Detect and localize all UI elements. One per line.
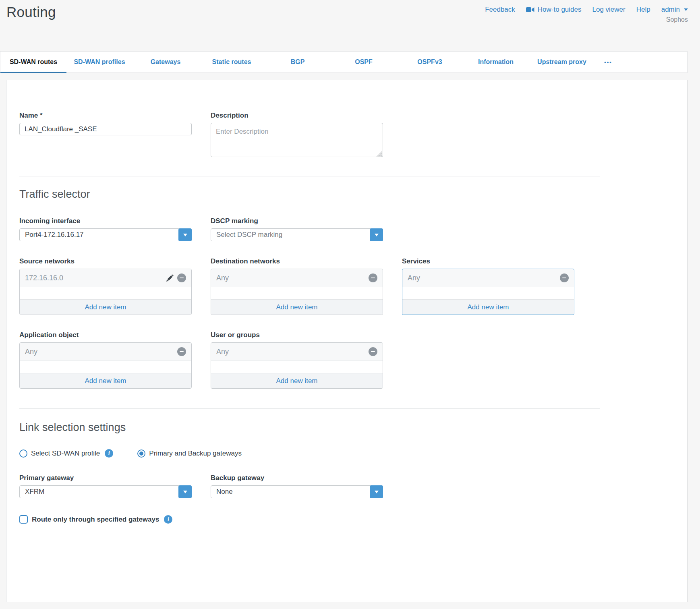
edit-icon[interactable] bbox=[166, 274, 174, 282]
application-user-row: Application object Any Add new item User… bbox=[19, 331, 674, 389]
list-empty-area bbox=[20, 361, 191, 373]
header-right: Feedback How-to guides Log viewer Help a… bbox=[485, 3, 688, 51]
help-link[interactable]: Help bbox=[636, 6, 650, 14]
add-new-item-button[interactable]: Add new item bbox=[20, 373, 191, 388]
radio-label: Select SD-WAN profile bbox=[31, 450, 100, 458]
chevron-down-icon bbox=[684, 8, 688, 11]
remove-icon[interactable] bbox=[177, 347, 186, 356]
list-empty-area bbox=[20, 287, 191, 299]
route-only-row: Route only through specified gateways i bbox=[19, 515, 674, 524]
info-icon[interactable]: i bbox=[105, 449, 113, 458]
list-item-value: Any bbox=[216, 348, 369, 356]
dscp-marking-select[interactable]: Select DSCP marking bbox=[211, 228, 383, 241]
primary-gateway-label: Primary gateway bbox=[19, 474, 192, 482]
traffic-selector-heading: Traffic selector bbox=[19, 188, 674, 201]
list-item: 172.16.16.0 bbox=[20, 269, 191, 287]
gateways-row: Primary gateway XFRM Backup gateway None bbox=[19, 474, 674, 498]
list-item-value: Any bbox=[216, 274, 369, 282]
remove-icon[interactable] bbox=[560, 273, 569, 282]
top-links: Feedback How-to guides Log viewer Help a… bbox=[485, 6, 688, 14]
feedback-link[interactable]: Feedback bbox=[485, 6, 515, 14]
dropdown-caret-icon[interactable] bbox=[370, 228, 383, 241]
add-new-item-button[interactable]: Add new item bbox=[211, 299, 383, 315]
name-description-row: Name * Description bbox=[19, 112, 674, 159]
info-icon[interactable]: i bbox=[164, 515, 172, 524]
gateway-mode-radio-row: Select SD-WAN profile i Primary and Back… bbox=[19, 449, 674, 458]
remove-icon[interactable] bbox=[369, 273, 377, 282]
destination-networks-label: Destination networks bbox=[211, 257, 383, 265]
radio-button[interactable] bbox=[19, 450, 27, 458]
tab-gateways[interactable]: Gateways bbox=[133, 52, 199, 72]
tab-upstream-proxy[interactable]: Upstream proxy bbox=[529, 52, 595, 72]
tab-information[interactable]: Information bbox=[463, 52, 529, 72]
tab-overflow-menu[interactable]: ••• bbox=[595, 52, 621, 72]
list-item: Any bbox=[211, 343, 383, 361]
backup-gateway-value: None bbox=[211, 488, 233, 496]
video-camera-icon bbox=[526, 7, 534, 12]
radio-option-sdwan-profile: Select SD-WAN profile i bbox=[19, 449, 113, 458]
tab-sd-wan-profiles[interactable]: SD-WAN profiles bbox=[66, 52, 133, 72]
add-new-item-button[interactable]: Add new item bbox=[402, 299, 574, 315]
dropdown-caret-icon[interactable] bbox=[178, 228, 192, 241]
log-viewer-link[interactable]: Log viewer bbox=[592, 6, 625, 14]
primary-gateway-select[interactable]: XFRM bbox=[19, 485, 192, 498]
how-to-guides-label: How-to guides bbox=[538, 6, 582, 14]
link-selection-heading: Link selection settings bbox=[19, 421, 674, 434]
remove-icon[interactable] bbox=[369, 347, 377, 356]
admin-menu[interactable]: admin bbox=[661, 6, 688, 14]
add-new-item-button[interactable]: Add new item bbox=[211, 373, 383, 388]
radio-label: Primary and Backup gateways bbox=[149, 450, 242, 458]
services-label: Services bbox=[402, 257, 574, 265]
tab-ospfv3[interactable]: OSPFv3 bbox=[397, 52, 463, 72]
user-or-groups-label: User or groups bbox=[211, 331, 383, 339]
admin-label: admin bbox=[661, 6, 680, 14]
source-networks-box: 172.16.16.0 Add new item bbox=[19, 269, 192, 315]
dscp-marking-placeholder: Select DSCP marking bbox=[211, 231, 282, 239]
tab-ospf[interactable]: OSPF bbox=[331, 52, 397, 72]
destination-networks-box: Any Add new item bbox=[211, 269, 383, 315]
list-item-value: Any bbox=[25, 348, 177, 356]
incoming-interface-select[interactable]: Port4-172.16.16.17 bbox=[19, 228, 192, 241]
list-item-value: 172.16.16.0 bbox=[25, 274, 166, 282]
incoming-interface-value: Port4-172.16.16.17 bbox=[20, 231, 84, 239]
list-item: Any bbox=[211, 269, 383, 287]
services-box: Any Add new item bbox=[402, 269, 574, 315]
dropdown-caret-icon[interactable] bbox=[370, 485, 383, 498]
interface-dscp-row: Incoming interface Port4-172.16.16.17 DS… bbox=[19, 217, 674, 241]
application-object-box: Any Add new item bbox=[19, 342, 192, 389]
list-item-value: Any bbox=[408, 274, 560, 282]
list-item: Any bbox=[20, 343, 191, 361]
dscp-marking-label: DSCP marking bbox=[211, 217, 383, 225]
remove-icon[interactable] bbox=[177, 273, 186, 282]
tab-sd-wan-routes[interactable]: SD-WAN routes bbox=[0, 52, 66, 72]
list-empty-area bbox=[402, 287, 574, 299]
radio-button-selected[interactable] bbox=[137, 450, 145, 458]
tab-bgp[interactable]: BGP bbox=[265, 52, 331, 72]
tab-bar: SD-WAN routes SD-WAN profiles Gateways S… bbox=[0, 51, 688, 73]
description-textarea[interactable] bbox=[211, 123, 383, 157]
add-new-item-button[interactable]: Add new item bbox=[20, 299, 191, 315]
route-only-checkbox[interactable] bbox=[19, 515, 28, 524]
brand-label: Sophos bbox=[666, 16, 688, 23]
source-networks-label: Source networks bbox=[19, 257, 192, 265]
networks-row: Source networks 172.16.16.0 Add new item bbox=[19, 257, 674, 315]
tab-static-routes[interactable]: Static routes bbox=[199, 52, 265, 72]
user-or-groups-box: Any Add new item bbox=[211, 342, 383, 389]
name-label: Name * bbox=[19, 112, 192, 120]
section-divider bbox=[19, 176, 600, 176]
page-title: Routing bbox=[6, 3, 56, 51]
page-header: Routing Feedback How-to guides Log viewe… bbox=[0, 0, 700, 51]
list-empty-area bbox=[211, 287, 383, 299]
dropdown-caret-icon[interactable] bbox=[178, 485, 192, 498]
name-input[interactable] bbox=[19, 123, 192, 135]
route-only-label: Route only through specified gateways bbox=[32, 516, 159, 524]
section-divider bbox=[19, 408, 600, 409]
application-object-label: Application object bbox=[19, 331, 192, 339]
primary-gateway-value: XFRM bbox=[20, 488, 44, 496]
how-to-guides-link[interactable]: How-to guides bbox=[526, 6, 582, 14]
incoming-interface-label: Incoming interface bbox=[19, 217, 192, 225]
backup-gateway-select[interactable]: None bbox=[211, 485, 383, 498]
routing-page: Routing Feedback How-to guides Log viewe… bbox=[0, 0, 700, 602]
list-item: Any bbox=[402, 269, 574, 287]
radio-option-primary-backup: Primary and Backup gateways bbox=[137, 450, 242, 458]
